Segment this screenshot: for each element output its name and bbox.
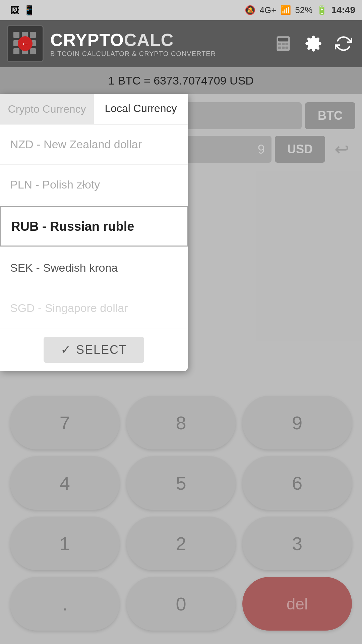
header-icons [272,32,355,55]
refresh-icon [335,35,352,52]
modal-tabs: Crypto Currency Local Currency [0,94,188,124]
list-item-sek[interactable]: SEK - Swedish krona [0,248,188,288]
battery-label: 52% [295,5,312,15]
svg-rect-4 [286,43,289,45]
mute-icon: 🔕 [245,5,255,15]
svg-rect-7 [286,47,289,49]
svg-rect-2 [278,43,281,45]
app-header: ← CRYPTOCALC BITCOIN CALCULATOR & CRYPTO… [0,20,362,67]
select-label: SELECT [76,343,127,357]
list-item-rub[interactable]: RUB - Russian ruble [0,206,188,247]
svg-rect-6 [282,47,285,49]
time-label: 14:49 [331,5,355,15]
select-button-area: ✓ SELECT [0,328,188,371]
calculator-icon [275,35,292,52]
calc-part: CALC [124,30,174,50]
crypto-part: CRYPTO [50,30,124,50]
list-item-pln[interactable]: PLN - Polish złoty [0,165,188,205]
list-item-sgd[interactable]: SGD - Singapore dollar [0,288,188,328]
network-label: 4G+ [259,5,276,15]
main-area: BTC 9 USD ↩ 7 8 9 4 5 6 1 2 3 . 0 del [0,94,362,644]
settings-button[interactable] [302,32,325,55]
rate-text: 1 BTC = 6373.7074709 USD [108,74,254,87]
signal-icon: 📶 [280,5,291,15]
phone-icon: 📱 [23,5,35,16]
currency-list: NZD - New Zealand dollar PLN - Polish zł… [0,124,188,328]
select-button[interactable]: ✓ SELECT [44,337,144,363]
app-logo: ← [7,25,44,62]
svg-rect-3 [282,43,285,45]
app-title-block: CRYPTOCALC BITCOIN CALCULATOR & CRYPTO C… [50,30,216,58]
app-name: CRYPTOCALC [50,30,216,50]
status-right: 🔕 4G+ 📶 52% 🔋 14:49 [245,5,355,15]
calculator-button[interactable] [272,32,295,55]
status-bar: 🖼 📱 🔕 4G+ 📶 52% 🔋 14:49 [0,0,362,20]
battery-icon: 🔋 [316,5,327,15]
status-left-icons: 🖼 📱 [10,5,35,16]
checkmark-icon: ✓ [61,343,71,357]
tab-crypto-currency[interactable]: Crypto Currency [0,94,94,124]
logo-arrow-icon: ← [18,36,33,51]
refresh-button[interactable] [332,32,355,55]
svg-rect-5 [278,47,281,49]
list-item-nzd[interactable]: NZD - New Zealand dollar [0,124,188,165]
app-subtitle: BITCOIN CALCULATOR & CRYPTO CONVERTER [50,50,216,58]
currency-dropdown-modal: Crypto Currency Local Currency NZD - New… [0,94,188,371]
rate-bar: 1 BTC = 6373.7074709 USD [0,67,362,94]
image-icon: 🖼 [10,5,19,16]
svg-rect-1 [278,38,288,42]
settings-icon [305,35,322,52]
tab-local-currency[interactable]: Local Currency [94,94,188,124]
